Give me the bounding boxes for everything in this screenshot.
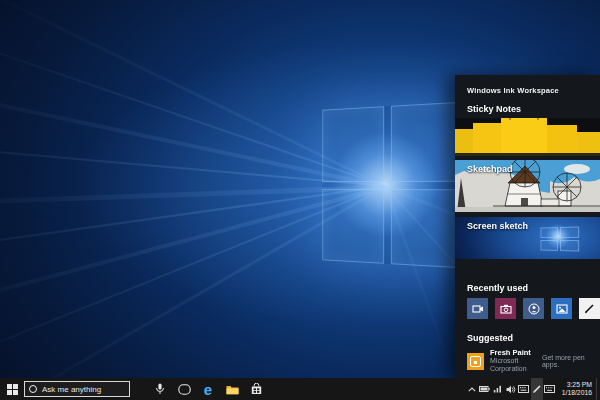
keyboard-icon (544, 385, 555, 393)
suggested-app-row[interactable]: Fresh Paint Microsoft Corporation Get mo… (455, 349, 600, 373)
sticky-notes-card[interactable] (455, 118, 600, 156)
system-tray: 3:25 PM 1/18/2016 (466, 378, 600, 400)
tray-pen-windows-ink[interactable] (531, 378, 543, 400)
volume-icon (506, 385, 516, 394)
photos-app-icon (556, 303, 568, 315)
taskbar: Ask me anything e (0, 378, 600, 400)
battery-icon (479, 386, 490, 392)
start-button[interactable] (0, 378, 24, 400)
sketchpad-label: Sketchpad (467, 164, 513, 174)
microphone-button[interactable] (148, 378, 172, 400)
tray-network[interactable] (492, 378, 504, 400)
sticky-note (473, 123, 501, 153)
video-app-icon (472, 303, 484, 315)
tray-battery[interactable] (479, 378, 491, 400)
hero-window-logo (322, 102, 458, 268)
task-view-button[interactable] (172, 378, 196, 400)
recent-app-tile-sketchpad[interactable] (579, 298, 600, 319)
screen-sketch-card[interactable]: Screen sketch (455, 217, 600, 259)
suggested-app-text: Fresh Paint Microsoft Corporation (490, 349, 542, 373)
camera-app-icon (500, 303, 512, 315)
recent-app-tile-photos[interactable] (551, 298, 572, 319)
tray-volume[interactable] (505, 378, 517, 400)
clock-time: 3:25 PM (562, 381, 592, 389)
start-icon (7, 384, 18, 395)
edge-icon: e (204, 382, 212, 397)
suggested-app-publisher: Microsoft Corporation (490, 357, 542, 373)
clock[interactable]: 3:25 PM 1/18/2016 (562, 381, 592, 397)
recently-used-label: Recently used (455, 283, 600, 293)
store-icon (251, 383, 262, 395)
sticky-notes-label: Sticky Notes (455, 104, 600, 114)
search-box[interactable]: Ask me anything (24, 381, 130, 397)
file-explorer-button[interactable] (220, 378, 244, 400)
tray-touch-keyboard[interactable] (518, 378, 530, 400)
fresh-paint-icon (467, 353, 484, 370)
sketchpad-card[interactable]: Sketchpad (455, 160, 600, 212)
windows-ink-workspace-panel: Windows Ink Workspace Sticky Notes (455, 75, 600, 378)
store-button[interactable] (244, 378, 268, 400)
show-desktop-button[interactable] (596, 378, 600, 400)
panel-title: Windows Ink Workspace (455, 75, 600, 95)
people-app-icon (528, 303, 540, 315)
screen: Windows Ink Workspace Sticky Notes (0, 0, 600, 400)
network-icon (493, 385, 502, 393)
recently-used-tiles (455, 298, 600, 319)
tray-keyboard[interactable] (544, 378, 556, 400)
chevron-up-icon (468, 387, 476, 392)
sticky-note (501, 118, 547, 153)
pen-icon (532, 384, 542, 394)
sticky-note (455, 129, 473, 153)
suggested-app-name: Fresh Paint (490, 349, 542, 357)
recent-app-tile-video[interactable] (467, 298, 488, 319)
search-placeholder: Ask me anything (42, 385, 101, 394)
microphone-icon (155, 383, 165, 395)
edge-button[interactable]: e (196, 378, 220, 400)
touch-keyboard-icon (518, 385, 529, 393)
screen-sketch-label: Screen sketch (467, 221, 528, 231)
sticky-note (577, 132, 600, 153)
recent-app-tile-people[interactable] (523, 298, 544, 319)
recent-app-tile-camera[interactable] (495, 298, 516, 319)
clock-date: 1/18/2016 (562, 389, 592, 397)
task-view-icon (178, 384, 191, 395)
suggested-label: Suggested (455, 333, 600, 343)
sketch-pen-icon (583, 302, 596, 315)
tray-chevron-up[interactable] (466, 378, 478, 400)
cortana-icon (29, 385, 37, 393)
file-explorer-icon (226, 384, 239, 395)
get-more-pen-apps-link[interactable]: Get more pen apps. (542, 354, 590, 368)
mini-hero-window (541, 227, 580, 252)
sticky-note (547, 125, 577, 153)
